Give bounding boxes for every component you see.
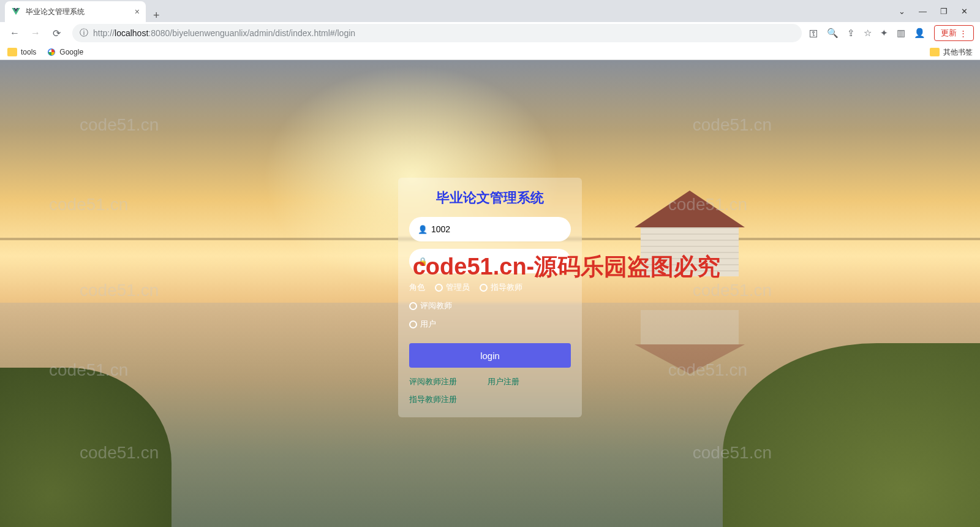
browser-chrome: 毕业论文管理系统 × + ⌄ — ❐ ✕ ← → ⟳ ⓘ http://loca… bbox=[0, 0, 980, 60]
maximize-icon[interactable]: ❐ bbox=[940, 7, 948, 16]
other-bookmarks[interactable]: 其他书签 bbox=[930, 47, 973, 58]
close-tab-icon[interactable]: × bbox=[135, 7, 140, 17]
url-input[interactable]: ⓘ http://localhost:8080/biyeluenwenguanl… bbox=[72, 24, 802, 42]
tab-bar: 毕业论文管理系统 × + ⌄ — ❐ ✕ bbox=[0, 0, 980, 22]
bookmark-google[interactable]: Google bbox=[47, 48, 83, 56]
role-label: 角色 bbox=[409, 282, 425, 293]
tab-title: 毕业论文管理系统 bbox=[26, 7, 85, 17]
site-info-icon[interactable]: ⓘ bbox=[80, 28, 88, 39]
login-card: 毕业论文管理系统 👤 🔒 角色 管理员 指导教师 评阅教师 用户 login 评… bbox=[398, 178, 582, 417]
role-user-radio[interactable]: 用户 bbox=[409, 319, 571, 330]
user-register-link[interactable]: 用户注册 bbox=[488, 376, 519, 387]
profile-icon[interactable]: 👤 bbox=[914, 28, 925, 39]
window-controls: ⌄ — ❐ ✕ bbox=[899, 0, 980, 22]
login-title: 毕业论文管理系统 bbox=[409, 189, 571, 207]
extensions-icon[interactable]: ✦ bbox=[880, 28, 888, 39]
vue-favicon-icon bbox=[11, 7, 21, 17]
role-row: 角色 管理员 指导教师 评阅教师 用户 bbox=[409, 282, 571, 330]
forward-button[interactable]: → bbox=[27, 25, 44, 42]
minimize-icon[interactable]: — bbox=[919, 7, 927, 16]
username-row: 👤 bbox=[409, 217, 571, 241]
bg-house bbox=[635, 191, 745, 276]
browser-tab[interactable]: 毕业论文管理系统 × bbox=[5, 1, 146, 22]
bg-house-reflection bbox=[635, 315, 745, 374]
role-advisor-radio[interactable]: 指导教师 bbox=[480, 282, 522, 293]
username-input[interactable] bbox=[409, 217, 571, 241]
advisor-register-link[interactable]: 指导教师注册 bbox=[409, 395, 457, 404]
back-button[interactable]: ← bbox=[6, 25, 23, 42]
chevron-down-icon[interactable]: ⌄ bbox=[899, 7, 905, 16]
register-links-row-1: 评阅教师注册 用户注册 bbox=[409, 376, 571, 387]
reviewer-register-link[interactable]: 评阅教师注册 bbox=[409, 376, 457, 387]
close-window-icon[interactable]: ✕ bbox=[961, 7, 968, 16]
key-icon[interactable]: ⚿ bbox=[809, 28, 818, 39]
toolbar-right-icons: ⚿ 🔍 ⇪ ☆ ✦ ▥ 👤 更新⋮ bbox=[809, 25, 974, 41]
role-admin-radio[interactable]: 管理员 bbox=[435, 282, 470, 293]
bookmark-star-icon[interactable]: ☆ bbox=[864, 28, 872, 39]
zoom-icon[interactable]: 🔍 bbox=[827, 28, 839, 39]
share-icon[interactable]: ⇪ bbox=[847, 28, 855, 39]
folder-icon bbox=[930, 48, 940, 56]
login-button[interactable]: login bbox=[409, 343, 571, 368]
reload-button[interactable]: ⟳ bbox=[48, 25, 65, 42]
update-button[interactable]: 更新⋮ bbox=[934, 25, 974, 41]
bookmarks-bar: tools Google 其他书签 bbox=[0, 44, 980, 60]
url-text: http://localhost:8080/biyeluenwenguanlix… bbox=[93, 28, 355, 38]
page-content: code51.cn code51.cn code51.cn code51.cn … bbox=[0, 60, 980, 527]
bookmark-tools[interactable]: tools bbox=[7, 48, 36, 56]
password-row: 🔒 bbox=[409, 249, 571, 273]
password-input[interactable] bbox=[409, 249, 571, 273]
lock-icon: 🔒 bbox=[418, 257, 428, 266]
user-icon: 👤 bbox=[418, 225, 428, 234]
google-icon bbox=[47, 48, 56, 56]
address-bar: ← → ⟳ ⓘ http://localhost:8080/biyeluenwe… bbox=[0, 22, 980, 44]
new-tab-button[interactable]: + bbox=[146, 9, 167, 22]
folder-icon bbox=[7, 48, 17, 56]
register-links-row-2: 指导教师注册 bbox=[409, 393, 571, 405]
role-reviewer-radio[interactable]: 评阅教师 bbox=[409, 300, 452, 311]
sidepanel-icon[interactable]: ▥ bbox=[897, 28, 905, 39]
